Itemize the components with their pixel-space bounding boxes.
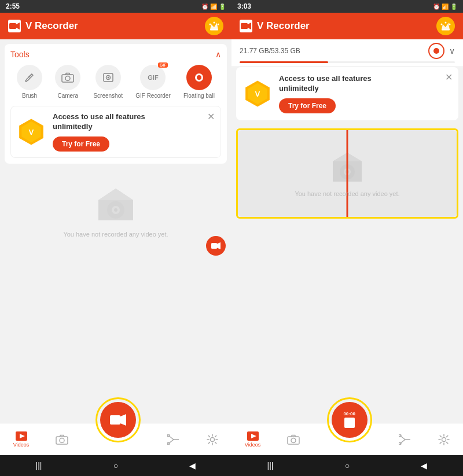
left-record-highlight <box>95 397 141 442</box>
right-bottom-nav: Videos 00:00 <box>232 423 463 455</box>
left-camera-nav-icon <box>56 434 68 445</box>
right-stop-timer: 00:00 <box>343 411 355 416</box>
float-btn-bg <box>206 236 226 256</box>
svg-point-36 <box>211 437 215 441</box>
right-crown-icon <box>440 21 451 31</box>
svg-marker-38 <box>248 23 251 29</box>
svg-point-42 <box>445 22 447 24</box>
left-system-nav: ||| ○ ◀ <box>0 455 232 476</box>
right-try-free-button[interactable]: Try for Free <box>279 98 336 113</box>
tool-screenshot[interactable]: Screenshot <box>93 65 123 99</box>
right-nav-settings[interactable] <box>438 434 450 445</box>
left-sys-home[interactable]: ○ <box>113 461 118 470</box>
right-sys-home[interactable]: ○ <box>345 461 350 470</box>
camera-icon <box>61 72 74 83</box>
right-chevron-down[interactable]: ∨ <box>449 46 455 56</box>
svg-rect-23 <box>211 243 217 249</box>
right-sys-menu[interactable]: ||| <box>267 461 274 470</box>
left-try-free-button[interactable]: Try for Free <box>53 136 109 152</box>
svg-marker-24 <box>217 242 221 249</box>
right-alarm-icon: ⏰ <box>433 3 440 10</box>
right-status-bar: 3:03 ⏰ 📶 🔋 <box>232 0 463 13</box>
right-stop-btn-area: 00:00 <box>326 423 373 456</box>
right-nav-edit[interactable] <box>399 434 411 445</box>
gif-circle: GIF GIF <box>140 65 166 90</box>
left-tools-label: Tools <box>10 50 30 59</box>
left-tools-header: Tools ∧ <box>10 50 221 59</box>
svg-marker-19 <box>98 189 133 200</box>
left-crown-button[interactable] <box>205 17 223 35</box>
right-stop-highlight: 00:00 <box>327 397 372 442</box>
svg-point-43 <box>449 24 451 25</box>
left-nav-videos[interactable]: Videos <box>13 431 29 448</box>
right-sys-back[interactable]: ◀ <box>421 461 427 470</box>
left-settings-icon <box>207 434 218 445</box>
svg-marker-1 <box>16 23 20 29</box>
right-stop-button[interactable]: 00:00 <box>332 402 368 438</box>
left-sys-back[interactable]: ◀ <box>189 461 196 470</box>
right-videos-label: Videos <box>245 442 260 448</box>
right-nav-camera[interactable] <box>287 434 300 445</box>
svg-point-41 <box>441 24 443 25</box>
floating-ball-circle <box>186 65 212 90</box>
svg-rect-40 <box>442 29 450 31</box>
camera-circle <box>55 65 80 90</box>
left-nav-settings[interactable] <box>207 434 218 445</box>
tool-camera[interactable]: Camera <box>55 65 80 99</box>
left-premium-hexagon-icon: V <box>17 117 46 146</box>
left-record-btn-area <box>95 423 141 456</box>
right-wifi-icon: 📶 <box>442 3 449 10</box>
svg-point-6 <box>218 24 219 25</box>
left-time: 2:55 <box>6 2 20 10</box>
left-app-title: V Recorder <box>25 20 78 32</box>
svg-point-61 <box>442 437 446 441</box>
gif-label: GIF Recorder <box>135 93 171 99</box>
svg-point-12 <box>107 77 109 79</box>
right-stop-square-icon <box>344 418 355 428</box>
right-video-camera-header-icon <box>241 22 251 30</box>
right-rec-dot[interactable] <box>428 43 444 59</box>
left-header-left: V Recorder <box>8 20 78 32</box>
left-phone-screen: 2:55 ⏰ 📶 🔋 V Recorder <box>0 0 232 476</box>
right-phone-screen: 3:03 ⏰ 📶 🔋 V Recorder <box>232 0 463 476</box>
screenshot-label: Screenshot <box>93 93 123 99</box>
left-app-icon <box>8 20 21 32</box>
right-nav-videos[interactable]: Videos <box>245 431 260 448</box>
left-premium-banner: V Access to use all features unlimitedly… <box>10 106 221 158</box>
right-storage-row: 21.77 GB/53.35 GB ∨ <box>240 43 455 59</box>
screenshot-circle <box>95 65 121 90</box>
right-app-header: V Recorder <box>232 13 463 39</box>
left-record-camera-icon <box>110 413 126 427</box>
left-float-record[interactable] <box>206 236 226 256</box>
svg-marker-2 <box>210 23 218 29</box>
camera-label: Camera <box>57 93 78 99</box>
right-premium-close[interactable]: ✕ <box>445 72 453 83</box>
left-videos-label: Videos <box>13 442 29 448</box>
brush-label: Brush <box>22 93 37 99</box>
left-nav-camera[interactable] <box>56 434 68 445</box>
svg-rect-37 <box>241 23 248 29</box>
brush-circle <box>17 65 42 90</box>
right-crown-button[interactable] <box>436 17 455 35</box>
gif-badge: GIF <box>158 62 168 68</box>
tool-floating-ball[interactable]: Floating ball <box>183 65 215 99</box>
right-system-nav: ||| ○ ◀ <box>232 455 463 476</box>
svg-rect-29 <box>110 415 120 425</box>
right-premium-hexagon-icon: V <box>243 79 272 108</box>
tool-gif[interactable]: GIF GIF GIF Recorder <box>135 65 171 99</box>
svg-point-4 <box>210 24 211 25</box>
left-sys-menu[interactable]: ||| <box>36 461 42 470</box>
left-tools-section: Tools ∧ Brush <box>5 44 227 164</box>
right-storage-text: 21.77 GB/53.35 GB <box>240 47 424 55</box>
left-record-main-button[interactable] <box>100 402 136 438</box>
right-storage-progress-bar <box>240 61 455 63</box>
left-nav-edit[interactable] <box>167 434 180 445</box>
left-bottom-nav: Videos <box>0 423 232 455</box>
svg-point-14 <box>197 75 201 80</box>
left-tools-chevron-up[interactable]: ∧ <box>215 50 221 59</box>
svg-rect-0 <box>9 23 16 29</box>
svg-rect-3 <box>210 29 218 31</box>
left-videos-icon <box>16 431 27 441</box>
left-premium-close[interactable]: ✕ <box>207 111 215 122</box>
tool-brush[interactable]: Brush <box>17 65 42 99</box>
